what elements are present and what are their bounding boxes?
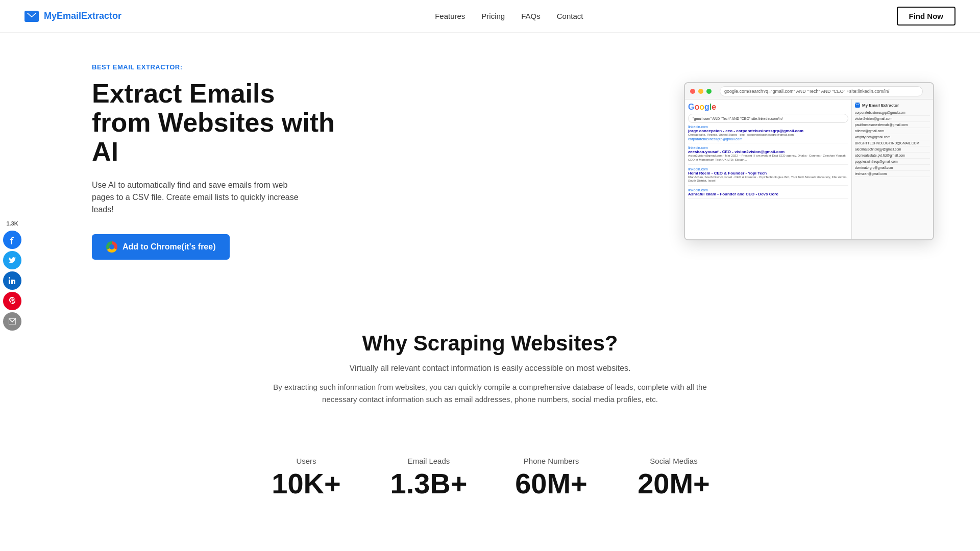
linkedin-share-button[interactable] [3, 271, 21, 290]
panel-email-2: vision2vision@gmail.com [855, 116, 930, 122]
logo-link[interactable]: MyEmailExtractor [24, 11, 121, 22]
find-now-button[interactable]: Find Now [897, 7, 956, 26]
google-logo: Google [688, 103, 848, 112]
stat-phone-value: 60M+ [490, 469, 612, 498]
hero-subtitle: Use AI to automatically find and save em… [92, 179, 306, 216]
panel-email-4: atlemci@gmail.com [855, 128, 930, 134]
panel-email-3: paulthomasonexternals@gmail.com [855, 122, 930, 128]
stat-phone-numbers: Phone Numbers 60M+ [490, 457, 612, 498]
result-item-2: linkedin.com zeeshan.yousaf - CEO - visi… [688, 146, 848, 165]
nav-links: Features Pricing FAQs Contact [435, 12, 583, 20]
panel-email-9: poppieswinthrop@gmail.com [855, 159, 930, 165]
panel-email-6: BRIGHTTECHNOLOGY.IND@GMAIL.COM [855, 140, 930, 146]
panel-email-7: alecrinatechnology@gmail.com [855, 146, 930, 153]
panel-email-8: abcrirealestate.pvt.ltd@gmail.com [855, 153, 930, 159]
search-bar-mini: "gmail.com" AND "Tech" AND "CEO" site:li… [688, 114, 848, 123]
why-section: Why Scraping Websites? Virtually all rel… [0, 290, 980, 426]
logo-text: MyEmailExtractor [44, 11, 121, 21]
twitter-share-button[interactable] [3, 251, 21, 269]
browser-main: Google "gmail.com" AND "Tech" AND "CEO" … [685, 99, 851, 239]
result-item-1: linkedin.com jorge concepcion - ceo - co… [688, 125, 848, 143]
panel-email-list: corporatebusinessgrp@gmail.com vision2vi… [855, 110, 930, 177]
browser-topbar: google.com/search?q="gmail.com" AND "Tec… [685, 83, 933, 99]
stat-users: Users 10K+ [245, 457, 368, 498]
browser-urlbar: google.com/search?q="gmail.com" AND "Tec… [720, 86, 923, 96]
svg-point-2 [9, 277, 10, 279]
panel-email-1: corporatebusinessgrp@gmail.com [855, 110, 930, 116]
facebook-share-button[interactable] [3, 231, 21, 249]
social-sidebar: 1.3K [0, 216, 21, 335]
hero-title: Extract Emails from Websites with AI [92, 79, 337, 167]
stat-email-leads-value: 1.3B+ [368, 469, 490, 498]
stat-social-label: Social Medias [612, 457, 735, 465]
why-title: Why Scraping Websites? [102, 331, 878, 356]
stat-social-value: 20M+ [612, 469, 735, 498]
nav-contact[interactable]: Contact [557, 12, 583, 20]
logo-icon [24, 11, 39, 22]
stat-users-label: Users [245, 457, 368, 465]
hero-section: BEST EMAIL EXTRACTOR: Extract Emails fro… [0, 33, 980, 290]
pinterest-share-button[interactable] [3, 292, 21, 310]
add-to-chrome-label: Add to Chrome(it's free) [122, 242, 215, 252]
hero-badge: BEST EMAIL EXTRACTOR: [92, 63, 337, 71]
browser-panel: My Email Extractor corporatebusinessgrp@… [851, 99, 933, 239]
stat-users-value: 10K+ [245, 469, 368, 498]
why-body: By extracting such information from webs… [260, 381, 720, 406]
chrome-icon [106, 241, 117, 253]
browser-content: Google "gmail.com" AND "Tech" AND "CEO" … [685, 99, 933, 239]
result-item-3: linkedin.com Hemi Reem - CEO & Founder -… [688, 167, 848, 186]
svg-rect-1 [9, 280, 10, 284]
navbar: MyEmailExtractor Features Pricing FAQs C… [0, 0, 980, 33]
stat-phone-label: Phone Numbers [490, 457, 612, 465]
stat-email-leads: Email Leads 1.3B+ [368, 457, 490, 498]
panel-email-10: dominatorgrp@gmail.com [855, 165, 930, 171]
stat-email-leads-label: Email Leads [368, 457, 490, 465]
panel-header: My Email Extractor [855, 103, 930, 108]
hero-content: BEST EMAIL EXTRACTOR: Extract Emails fro… [92, 63, 337, 260]
hero-image: google.com/search?q="gmail.com" AND "Tec… [684, 82, 939, 240]
email-share-button[interactable] [3, 312, 21, 331]
nav-faqs[interactable]: FAQs [521, 12, 541, 20]
stats-section: Users 10K+ Email Leads 1.3B+ Phone Numbe… [0, 426, 980, 529]
stat-social-medias: Social Medias 20M+ [612, 457, 735, 498]
add-to-chrome-button[interactable]: Add to Chrome(it's free) [92, 234, 230, 260]
browser-mockup: google.com/search?q="gmail.com" AND "Tec… [684, 82, 934, 240]
nav-features[interactable]: Features [435, 12, 465, 20]
result-item-4: linkedin.com Ashraful Islam - Founder an… [688, 188, 848, 199]
why-subtitle: Virtually all relevant contact informati… [102, 364, 878, 373]
browser-close-dot [690, 89, 695, 94]
panel-email-11: techscan@gmail.com [855, 171, 930, 177]
panel-title: My Email Extractor [862, 103, 899, 108]
panel-email-5: wrightytech@gmail.com [855, 134, 930, 140]
browser-max-dot [706, 89, 712, 94]
browser-min-dot [698, 89, 703, 94]
social-count: 1.3K [3, 220, 21, 227]
nav-pricing[interactable]: Pricing [481, 12, 505, 20]
